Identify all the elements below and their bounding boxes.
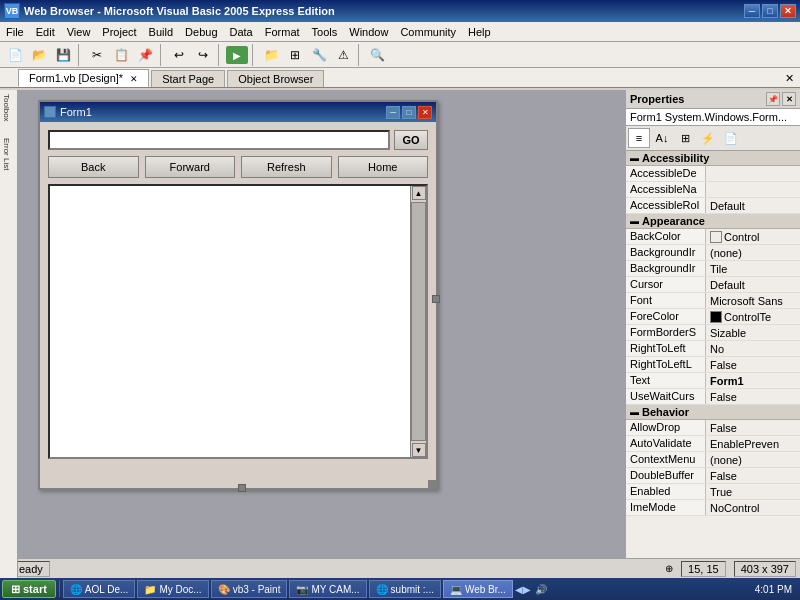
tb-btn[interactable]: 🔧 <box>308 44 330 66</box>
section-accessibility[interactable]: ▬ Accessibility <box>626 151 800 166</box>
form-resize-corner[interactable] <box>428 480 436 488</box>
prop-forecolor[interactable]: ForeColor ControlTe <box>626 309 800 325</box>
form-close-btn[interactable]: ✕ <box>418 106 432 119</box>
prop-contextmenu[interactable]: ContextMenu (none) <box>626 452 800 468</box>
menu-community[interactable]: Community <box>394 24 462 40</box>
sol-exp-btn[interactable]: 📁 <box>260 44 282 66</box>
taskbar-clock: 4:01 PM <box>749 584 798 595</box>
prop-doublebuffer[interactable]: DoubleBuffer False <box>626 468 800 484</box>
prop-imemode[interactable]: ImeMode NoControl <box>626 500 800 516</box>
close-button[interactable]: ✕ <box>780 4 796 18</box>
tab-object-browser[interactable]: Object Browser <box>227 70 324 87</box>
props-win-btn[interactable]: ⊞ <box>284 44 306 66</box>
menu-window[interactable]: Window <box>343 24 394 40</box>
props-propage-btn[interactable]: 📄 <box>720 128 742 148</box>
form-min-btn[interactable]: ─ <box>386 106 400 119</box>
sidebar-error-list[interactable]: Error List <box>0 134 13 174</box>
cut-btn[interactable]: ✂ <box>86 44 108 66</box>
copy-btn[interactable]: 📋 <box>110 44 132 66</box>
open-btn[interactable]: 📂 <box>28 44 50 66</box>
taskbar-paint[interactable]: 🎨 vb3 - Paint <box>211 580 288 598</box>
form-max-btn[interactable]: □ <box>402 106 416 119</box>
props-pin-btn[interactable]: 📌 <box>766 92 780 106</box>
tab-form1-design[interactable]: Form1.vb [Design]* ✕ <box>18 69 149 87</box>
prop-righttoleftlayout[interactable]: RightToLeftL False <box>626 357 800 373</box>
scroll-thumb[interactable] <box>411 202 426 441</box>
new-btn[interactable]: 📄 <box>4 44 26 66</box>
menu-tools[interactable]: Tools <box>306 24 344 40</box>
prop-font[interactable]: Font Microsoft Sans <box>626 293 800 309</box>
prop-formborderstyle[interactable]: FormBorderS Sizable <box>626 325 800 341</box>
start-button[interactable]: ⊞ start <box>2 580 56 598</box>
scroll-down-arrow[interactable]: ▼ <box>412 443 426 457</box>
home-button[interactable]: Home <box>338 156 429 178</box>
props-categorized-btn[interactable]: ≡ <box>628 128 650 148</box>
prop-allowdrop[interactable]: AllowDrop False <box>626 420 800 436</box>
menu-format[interactable]: Format <box>259 24 306 40</box>
back-button[interactable]: Back <box>48 156 139 178</box>
form-resize-right[interactable] <box>432 295 440 303</box>
prop-accessible-desc[interactable]: AccessibleDe <box>626 166 800 182</box>
redo-btn[interactable]: ↪ <box>192 44 214 66</box>
menu-debug[interactable]: Debug <box>179 24 223 40</box>
taskbar-webbr[interactable]: 💻 Web Br... <box>443 580 513 598</box>
prop-autovalidate[interactable]: AutoValidate EnablePreven <box>626 436 800 452</box>
menu-project[interactable]: Project <box>96 24 142 40</box>
props-close-btn[interactable]: ✕ <box>782 92 796 106</box>
form-resize-bottom[interactable] <box>238 484 246 492</box>
browser-display-area: ▲ ▼ <box>48 184 428 459</box>
forward-button[interactable]: Forward <box>145 156 236 178</box>
prop-usewaitcursor[interactable]: UseWaitCurs False <box>626 389 800 405</box>
prop-cursor[interactable]: Cursor Default <box>626 277 800 293</box>
section-appearance[interactable]: ▬ Appearance <box>626 214 800 229</box>
err-list-btn[interactable]: ⚠ <box>332 44 354 66</box>
designer-area[interactable]: Form1 ─ □ ✕ GO Back Forward Refresh Home <box>18 90 625 578</box>
sidebar-toolbox[interactable]: Toolbox <box>0 90 13 126</box>
properties-object-selector[interactable]: Form1 System.Windows.Form... <box>626 109 800 126</box>
menu-data[interactable]: Data <box>224 24 259 40</box>
props-events-btn[interactable]: ⚡ <box>697 128 719 148</box>
props-alphabetical-btn[interactable]: A↓ <box>651 128 673 148</box>
prop-enabled[interactable]: Enabled True <box>626 484 800 500</box>
taskbar: ⊞ start 🌐 AOL De... 📁 My Doc... 🎨 vb3 - … <box>0 578 800 600</box>
run-btn[interactable]: ▶ <box>226 46 248 64</box>
paste-btn[interactable]: 📌 <box>134 44 156 66</box>
taskbar-cam[interactable]: 📷 MY CAM... <box>289 580 366 598</box>
tab-bar-close[interactable]: ✕ <box>779 70 800 87</box>
prop-text[interactable]: Text Form1 <box>626 373 800 389</box>
toolbar-main: 📄 📂 💾 ✂ 📋 📌 ↩ ↪ ▶ 📁 ⊞ 🔧 ⚠ 🔍 <box>0 42 800 68</box>
menu-bar: File Edit View Project Build Debug Data … <box>0 22 800 42</box>
go-button[interactable]: GO <box>394 130 428 150</box>
props-properties-btn[interactable]: ⊞ <box>674 128 696 148</box>
minimize-button[interactable]: ─ <box>744 4 760 18</box>
prop-backcolor[interactable]: BackColor Control <box>626 229 800 245</box>
webbr-icon: 💻 <box>450 584 462 595</box>
undo-btn[interactable]: ↩ <box>168 44 190 66</box>
save-btn[interactable]: 💾 <box>52 44 74 66</box>
scroll-up-arrow[interactable]: ▲ <box>412 186 426 200</box>
scrollbar-vertical[interactable]: ▲ ▼ <box>410 186 426 457</box>
prop-righttoleft[interactable]: RightToLeft No <box>626 341 800 357</box>
collapse-accessibility-icon: ▬ <box>630 153 639 163</box>
menu-build[interactable]: Build <box>143 24 179 40</box>
url-input[interactable] <box>48 130 390 150</box>
search-btn[interactable]: 🔍 <box>366 44 388 66</box>
menu-view[interactable]: View <box>61 24 97 40</box>
prop-backgroundimagelayout[interactable]: BackgroundIr Tile <box>626 261 800 277</box>
taskbar-submit[interactable]: 🌐 submit :... <box>369 580 441 598</box>
prop-accessible-name[interactable]: AccessibleNa <box>626 182 800 198</box>
taskbar-aol[interactable]: 🌐 AOL De... <box>63 580 136 598</box>
taskbar-mydocs[interactable]: 📁 My Doc... <box>137 580 208 598</box>
menu-help[interactable]: Help <box>462 24 497 40</box>
prop-accessible-role[interactable]: AccessibleRol Default <box>626 198 800 214</box>
prop-backgroundimage[interactable]: BackgroundIr (none) <box>626 245 800 261</box>
menu-edit[interactable]: Edit <box>30 24 61 40</box>
maximize-button[interactable]: □ <box>762 4 778 18</box>
menu-file[interactable]: File <box>0 24 30 40</box>
sep2 <box>160 44 164 66</box>
collapse-behavior-icon: ▬ <box>630 407 639 417</box>
tab-close-form1[interactable]: ✕ <box>130 74 138 84</box>
section-behavior[interactable]: ▬ Behavior <box>626 405 800 420</box>
refresh-button[interactable]: Refresh <box>241 156 332 178</box>
tab-start-page[interactable]: Start Page <box>151 70 225 87</box>
